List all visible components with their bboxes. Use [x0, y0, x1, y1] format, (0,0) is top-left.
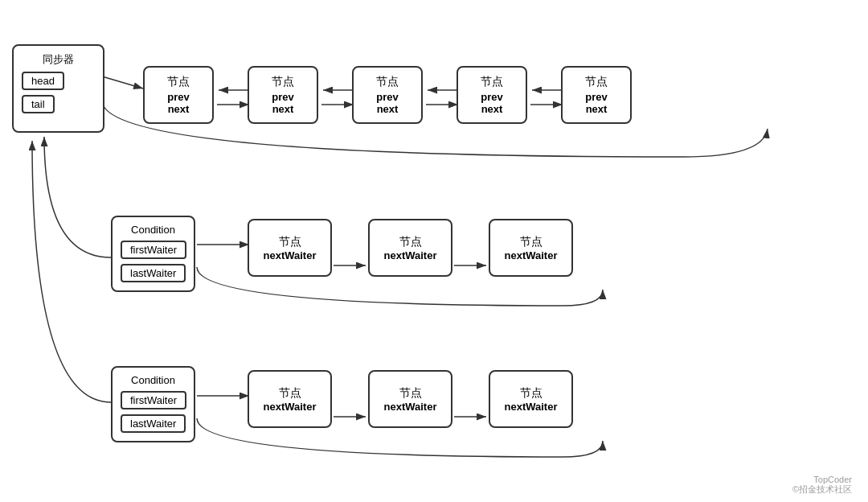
cond2-node-1: 节点 nextWaiter: [248, 370, 332, 428]
cond1-node2-title: 节点: [399, 235, 422, 249]
node1-prev: prev: [167, 91, 189, 103]
row1-node-4: 节点 prev next: [457, 66, 527, 124]
sync-tail: tail: [22, 95, 55, 113]
cond2-node1-title: 节点: [279, 386, 301, 401]
cond1-node3-field: nextWaiter: [505, 249, 558, 261]
condition1-box: Condition firstWaiter lastWaiter: [111, 216, 195, 292]
node1-title: 节点: [167, 75, 190, 89]
sync-title: 同步器: [43, 52, 74, 67]
cond2-node2-title: 节点: [399, 386, 422, 401]
row1-node-1: 节点 prev next: [143, 66, 214, 124]
sync-head: head: [22, 72, 64, 90]
row1-node-2: 节点 prev next: [248, 66, 318, 124]
row1-node-5: 节点 prev next: [561, 66, 632, 124]
cond2-node3-title: 节点: [520, 386, 542, 401]
diagram-container: 同步器 head tail 节点 prev next 节点 prev next …: [0, 0, 868, 502]
node5-prev: prev: [585, 91, 607, 103]
node2-next: next: [272, 103, 294, 115]
cond1-node1-field: nextWaiter: [264, 249, 317, 261]
cond2-node2-field: nextWaiter: [384, 401, 437, 413]
cond1-node-2: 节点 nextWaiter: [368, 219, 452, 277]
cond2-node-2: 节点 nextWaiter: [368, 370, 452, 428]
node1-next: next: [168, 103, 190, 115]
node5-next: next: [586, 103, 608, 115]
svg-line-2: [102, 76, 143, 88]
sync-box: 同步器 head tail: [12, 44, 104, 133]
condition2-firstwaiter: firstWaiter: [121, 391, 186, 409]
node5-title: 节点: [585, 75, 608, 89]
condition1-lastwaiter: lastWaiter: [121, 264, 186, 282]
node4-title: 节点: [481, 75, 503, 89]
condition1-title: Condition: [131, 224, 175, 236]
row1-node-3: 节点 prev next: [352, 66, 423, 124]
node2-prev: prev: [272, 91, 293, 103]
node3-next: next: [377, 103, 399, 115]
condition2-lastwaiter: lastWaiter: [121, 414, 186, 433]
cond2-node3-field: nextWaiter: [505, 401, 558, 413]
node4-next: next: [481, 103, 503, 115]
node3-prev: prev: [376, 91, 398, 103]
condition2-box: Condition firstWaiter lastWaiter: [111, 366, 195, 442]
condition2-title: Condition: [131, 374, 175, 386]
cond1-node2-field: nextWaiter: [384, 249, 437, 261]
node4-prev: prev: [481, 91, 502, 103]
node2-title: 节点: [272, 75, 294, 89]
watermark-community: ©招金技术社区: [792, 483, 852, 496]
cond2-node1-field: nextWaiter: [264, 401, 317, 413]
cond1-node1-title: 节点: [279, 235, 301, 249]
cond1-node-1: 节点 nextWaiter: [248, 219, 332, 277]
cond1-node-3: 节点 nextWaiter: [489, 219, 573, 277]
node3-title: 节点: [376, 75, 399, 89]
cond1-node3-title: 节点: [520, 235, 542, 249]
condition1-firstwaiter: firstWaiter: [121, 241, 186, 259]
cond2-node-3: 节点 nextWaiter: [489, 370, 573, 428]
